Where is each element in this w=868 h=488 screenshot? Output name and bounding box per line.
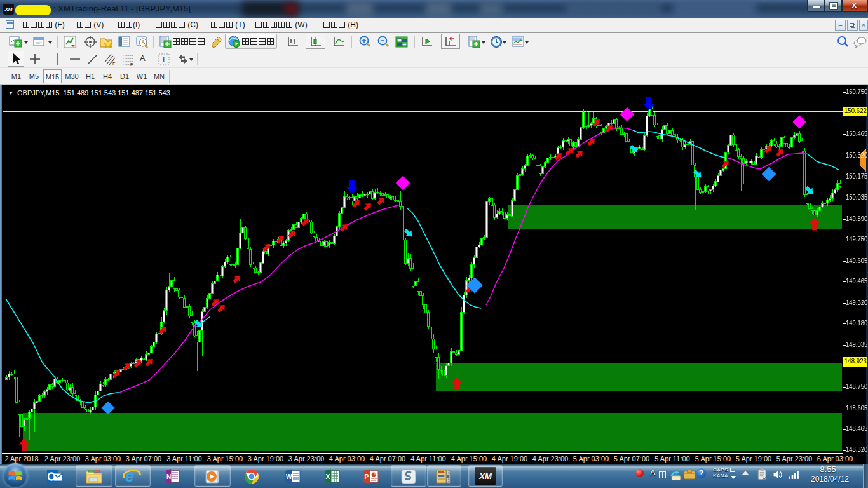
svg-text:W: W: [286, 473, 292, 480]
svg-text:X: X: [326, 473, 330, 480]
svg-text:P: P: [365, 473, 369, 480]
svg-text:T: T: [161, 55, 166, 64]
svg-text:E: E: [112, 62, 116, 66]
svg-text:N: N: [166, 473, 171, 480]
svg-text:F: F: [130, 62, 133, 66]
